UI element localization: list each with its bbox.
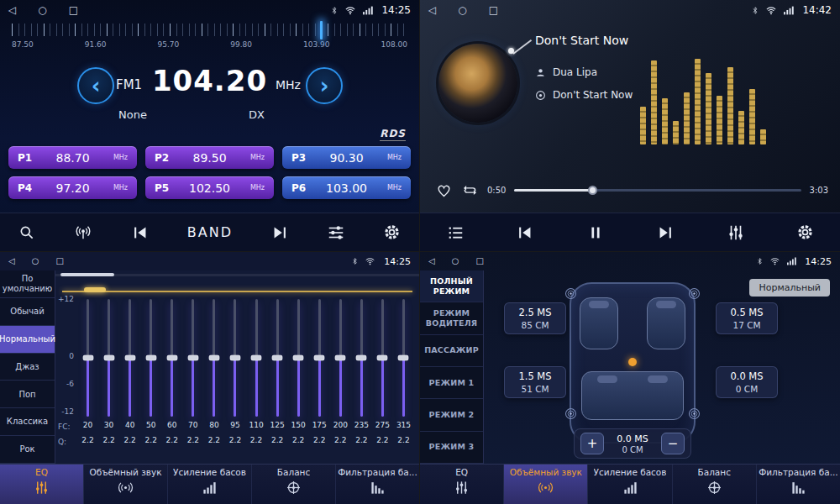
eq-band-slider[interactable] bbox=[318, 299, 321, 417]
eq-slider-handle[interactable] bbox=[229, 355, 240, 361]
home-circle-icon[interactable]: ○ bbox=[452, 257, 459, 265]
playlist-icon[interactable] bbox=[446, 223, 465, 242]
home-circle-icon[interactable]: ○ bbox=[38, 5, 46, 15]
eq-preset-item[interactable]: По умолчанию bbox=[0, 270, 55, 298]
eq-band-slider[interactable] bbox=[150, 299, 152, 417]
tab-eq[interactable]: EQ bbox=[0, 465, 84, 504]
equalizer-icon[interactable] bbox=[727, 223, 745, 242]
back-icon[interactable]: ◁ bbox=[8, 5, 16, 15]
skip-previous-icon[interactable] bbox=[131, 223, 150, 242]
delay-rear-left[interactable]: 1.5 MS 51 CM bbox=[504, 366, 566, 398]
eq-slider-handle[interactable] bbox=[314, 355, 325, 361]
eq-band-slider[interactable] bbox=[402, 299, 405, 417]
eq-slider-handle[interactable] bbox=[103, 355, 114, 361]
eq-preset-item[interactable]: Поп bbox=[0, 381, 55, 408]
search-icon[interactable] bbox=[18, 224, 35, 241]
eq-slider-handle[interactable] bbox=[356, 355, 367, 361]
eq-slider-handle[interactable] bbox=[166, 355, 177, 361]
recents-square-icon[interactable]: □ bbox=[475, 257, 483, 265]
tab-filter[interactable]: Фильтрация ба... bbox=[757, 465, 840, 504]
progress-knob[interactable] bbox=[588, 186, 597, 195]
eq-band-slider[interactable] bbox=[108, 299, 110, 417]
recents-square-icon[interactable]: □ bbox=[69, 5, 78, 15]
eq-band-slider[interactable] bbox=[129, 299, 131, 417]
eq-slider-handle[interactable] bbox=[251, 355, 262, 361]
settings-gear-icon[interactable] bbox=[796, 223, 814, 241]
eq-slider-handle[interactable] bbox=[398, 355, 409, 361]
eq-slider-handle[interactable] bbox=[293, 355, 304, 361]
eq-slider-handle[interactable] bbox=[377, 355, 388, 361]
eq-slider-handle[interactable] bbox=[208, 355, 219, 361]
home-circle-icon[interactable]: ○ bbox=[458, 5, 466, 15]
tab-balance[interactable]: Баланс bbox=[673, 465, 757, 504]
eq-band-slider[interactable] bbox=[192, 299, 194, 417]
tune-sliders-icon[interactable] bbox=[327, 223, 345, 242]
recents-square-icon[interactable]: □ bbox=[55, 257, 63, 265]
listening-mode-item[interactable]: РЕЖИМ 2 bbox=[420, 399, 483, 431]
eq-band-slider[interactable] bbox=[339, 299, 342, 417]
radio-preset-button[interactable]: P2 89.50 MHz bbox=[145, 146, 274, 169]
pause-icon[interactable] bbox=[586, 223, 605, 242]
listening-mode-item[interactable]: ПАССАЖИР bbox=[420, 335, 483, 367]
eq-preset-item[interactable]: Джаз bbox=[0, 354, 55, 381]
eq-slider-handle[interactable] bbox=[145, 355, 156, 361]
back-icon[interactable]: ◁ bbox=[428, 257, 435, 265]
eq-slider-handle[interactable] bbox=[335, 355, 346, 361]
back-icon[interactable]: ◁ bbox=[8, 257, 15, 265]
listening-mode-item[interactable]: ПОЛНЫЙ РЕЖИМ bbox=[420, 270, 483, 302]
eq-band-slider[interactable] bbox=[297, 299, 300, 417]
tab-eq[interactable]: EQ bbox=[420, 465, 504, 504]
eq-band-slider[interactable] bbox=[171, 299, 173, 417]
eq-preset-item[interactable]: Нормальный bbox=[0, 326, 55, 354]
eq-slider-handle[interactable] bbox=[82, 355, 93, 361]
recents-square-icon[interactable]: □ bbox=[489, 5, 498, 15]
tab-filter[interactable]: Фильтрация ба... bbox=[336, 465, 419, 504]
back-icon[interactable]: ◁ bbox=[428, 5, 436, 15]
home-circle-icon[interactable]: ○ bbox=[32, 257, 39, 265]
tab-surround-sound[interactable]: Объёмный звук bbox=[504, 465, 588, 504]
master-level-slider[interactable] bbox=[62, 291, 412, 292]
radio-preset-button[interactable]: P6 103.00 MHz bbox=[282, 176, 411, 199]
eq-band-slider[interactable] bbox=[381, 299, 384, 417]
progress-track[interactable] bbox=[514, 189, 801, 192]
tab-bass-boost[interactable]: Усиление басов bbox=[168, 465, 252, 504]
eq-band-slider[interactable] bbox=[213, 299, 215, 417]
listening-mode-item[interactable]: РЕЖИМ 1 bbox=[420, 367, 483, 399]
listening-mode-item[interactable]: РЕЖИМ ВОДИТЕЛЯ bbox=[420, 302, 483, 334]
listening-mode-item[interactable]: РЕЖИМ 3 bbox=[420, 432, 483, 464]
eq-slider-handle[interactable] bbox=[272, 355, 283, 361]
surround-preset-chip[interactable]: Нормальный bbox=[749, 279, 830, 297]
eq-slider-handle[interactable] bbox=[124, 355, 135, 361]
radio-preset-button[interactable]: P1 88.70 MHz bbox=[8, 146, 137, 169]
favorite-heart-icon[interactable] bbox=[435, 181, 453, 199]
skip-previous-icon[interactable] bbox=[516, 223, 534, 242]
increase-delay-button[interactable]: + bbox=[580, 433, 604, 454]
eq-preset-item[interactable]: Классика bbox=[0, 408, 55, 436]
eq-preset-item[interactable]: Обычай bbox=[0, 298, 55, 326]
settings-gear-icon[interactable] bbox=[383, 223, 401, 241]
master-level-knob[interactable] bbox=[84, 287, 106, 292]
decrease-delay-button[interactable]: − bbox=[661, 433, 685, 454]
delay-front-right[interactable]: 0.5 MS 17 CM bbox=[716, 302, 778, 334]
eq-band-slider[interactable] bbox=[276, 299, 279, 417]
delay-front-left[interactable]: 2.5 MS 85 CM bbox=[504, 302, 566, 334]
skip-next-icon[interactable] bbox=[656, 223, 675, 242]
tab-balance[interactable]: Баланс bbox=[252, 465, 336, 504]
radio-preset-button[interactable]: P3 90.30 MHz bbox=[282, 146, 411, 169]
eq-slider-handle[interactable] bbox=[187, 355, 198, 361]
band-button[interactable]: BAND bbox=[187, 224, 233, 240]
eq-band-slider[interactable] bbox=[360, 299, 363, 417]
eq-band-slider[interactable] bbox=[255, 299, 258, 417]
radio-preset-button[interactable]: P5 102.50 MHz bbox=[145, 176, 274, 199]
eq-band-slider[interactable] bbox=[87, 299, 89, 417]
tab-surround-sound[interactable]: Объёмный звук bbox=[84, 465, 168, 504]
scroll-thumb[interactable] bbox=[60, 273, 114, 276]
eq-preset-item[interactable]: Рок bbox=[0, 436, 55, 464]
radio-preset-button[interactable]: P4 97.20 MHz bbox=[8, 176, 137, 199]
tab-bass-boost[interactable]: Усиление басов bbox=[588, 465, 672, 504]
eq-band-slider[interactable] bbox=[234, 299, 236, 417]
delay-rear-right[interactable]: 0.0 MS 0 CM bbox=[716, 366, 778, 398]
radio-broadcast-icon[interactable] bbox=[73, 223, 93, 242]
repeat-icon[interactable] bbox=[461, 181, 479, 199]
skip-next-icon[interactable] bbox=[270, 223, 289, 242]
